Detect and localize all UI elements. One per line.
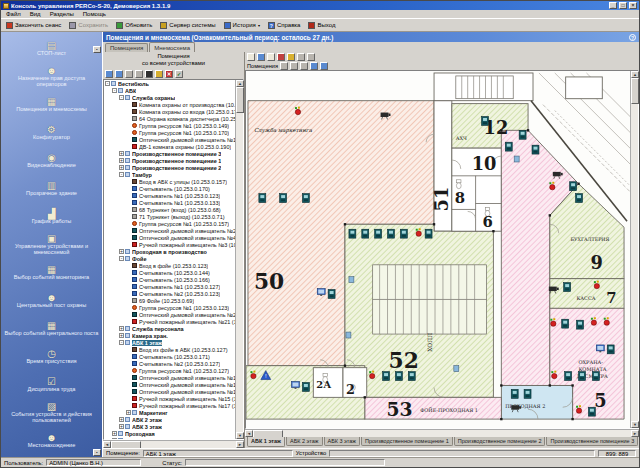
room-add-icon[interactable] <box>280 62 288 70</box>
sidebar-item[interactable]: ▤СТОП-лист <box>1 34 102 62</box>
expand-toggle[interactable]: - <box>119 340 124 345</box>
device-bluebox-icon[interactable] <box>454 366 459 372</box>
sidebar-item[interactable]: ☻Назначение прав доступа операторов <box>1 62 102 90</box>
tree-item[interactable]: Оптический дымовой извещатель №14/№1 <box>104 374 235 381</box>
tree-item[interactable]: 69 Фойе (10.253.0.69) <box>104 297 235 304</box>
tree-item[interactable]: 64 Охрана комната диспетчера (10.253.0.6… <box>104 115 235 122</box>
device-reader-icon[interactable] <box>280 194 287 203</box>
move-icon[interactable] <box>135 70 143 78</box>
expand-toggle[interactable]: + <box>119 333 124 338</box>
expand-toggle[interactable]: + <box>112 438 117 439</box>
tree-vertical-scrollbar[interactable]: ▲ ▼ <box>235 80 243 439</box>
tree-item[interactable]: Оптический дымовой извещатель №1 (10.253… <box>104 136 235 143</box>
expand-toggle[interactable]: - <box>105 81 110 86</box>
device-bluebox-icon[interactable] <box>349 277 354 283</box>
map-scroll-up-icon[interactable]: ▲ <box>631 71 639 78</box>
device-reader-icon[interactable] <box>577 320 584 329</box>
device-reader-icon[interactable] <box>519 130 526 139</box>
device-reader-icon[interactable] <box>383 372 390 381</box>
map-scroll-right-icon[interactable]: ► <box>631 430 639 437</box>
device-reader-icon[interactable] <box>328 290 335 299</box>
tree-item[interactable]: Считыватель №1 (10.253.0.133) <box>104 199 235 206</box>
delete-icon[interactable]: ✕ <box>165 70 173 78</box>
map-tab-1[interactable]: АБК 1 этаж <box>247 437 285 447</box>
menu-item-Файл[interactable]: Файл <box>5 11 22 17</box>
tree-item[interactable]: +Производственное помещение 1 <box>104 157 235 164</box>
tree-item[interactable]: +Производственное помещение 3 <box>104 150 235 157</box>
device-reader-icon[interactable] <box>532 145 539 154</box>
expand-toggle[interactable]: + <box>119 158 124 163</box>
tree-item[interactable]: Вход в фойе (10.253.0.123) <box>104 262 235 269</box>
sidebar-item[interactable]: ◷Время присутствия <box>1 342 102 370</box>
device-reader-icon[interactable] <box>388 229 395 238</box>
tree-item[interactable]: Вход в АБК с улицы (10.253.0.157) <box>104 178 235 185</box>
expand-toggle[interactable]: + <box>119 424 124 429</box>
tree-item[interactable]: Оптический дымовой извещатель №18 (10.2 <box>104 388 235 395</box>
tree-item[interactable]: Считыватель (10.253.0.170) <box>104 185 235 192</box>
toolbar-button-save[interactable]: Сохранить <box>67 21 110 30</box>
toolbar-button-server[interactable]: Сервер системы <box>158 21 217 30</box>
tree-item[interactable]: Оптический дымовой извещатель №22 (10.25… <box>104 227 235 234</box>
maximize-button[interactable]: □ <box>619 2 627 9</box>
expand-toggle[interactable]: - <box>119 172 124 177</box>
tree-item[interactable]: Считыватель №1 (10.253.0.127) <box>104 283 235 290</box>
tree-item[interactable]: Группа ресурсов №1 (10.253.0.127) <box>104 367 235 374</box>
expand-toggle[interactable]: + <box>112 431 117 436</box>
close-button[interactable]: × <box>629 2 637 9</box>
device-reader-icon[interactable] <box>607 345 614 354</box>
menu-item-Вид[interactable]: Вид <box>29 11 42 17</box>
device-reader-icon[interactable] <box>408 372 415 381</box>
tree-item[interactable]: Группа ресурсов №1 (10.253.0.170) <box>104 129 235 136</box>
sidebar-item[interactable]: ▨События устройств и действия пользовате… <box>1 398 102 426</box>
sidebar-item[interactable]: ▦Выбор событий мониторинга <box>1 258 102 286</box>
folder-icon[interactable] <box>155 70 163 78</box>
tree-item[interactable]: ДВ-1 комната охраны (10.253.0.190) <box>104 143 235 150</box>
map-horizontal-scrollbar[interactable]: ◄ ► <box>245 429 639 437</box>
toolbar-button-exit[interactable]: Выход <box>306 21 337 30</box>
map-tab-6[interactable]: Производственное помещение 3 <box>546 437 638 446</box>
tree-item[interactable]: Считыватель (10.253.0.166) <box>104 276 235 283</box>
sidebar-collapse-bottom-button[interactable]: ▪ <box>93 449 101 456</box>
device-reader-icon[interactable] <box>505 142 512 151</box>
expand-toggle[interactable]: + <box>119 417 124 422</box>
expand-toggle[interactable]: + <box>119 326 124 331</box>
tree-item[interactable]: Считыватель №2 (10.253.0.123) <box>104 290 235 297</box>
tree-item[interactable]: Комната охраны со входа (10.253.0.170) <box>104 108 235 115</box>
tree-item[interactable]: -Вестибюль <box>104 80 235 87</box>
grid-icon[interactable] <box>297 53 305 61</box>
edit-icon[interactable] <box>115 70 123 78</box>
expand-toggle[interactable]: - <box>112 88 117 93</box>
device-reader-icon[interactable] <box>302 194 309 203</box>
tree-item[interactable]: +Проходная <box>104 430 235 437</box>
minimize-button[interactable]: _ <box>609 2 617 9</box>
device-reader-icon[interactable] <box>592 372 599 381</box>
tree-item[interactable]: Считыватель (10.253.0.171) <box>104 353 235 360</box>
sidebar-item[interactable]: ▣Управление устройствами и мнемосхемой <box>1 230 102 258</box>
add-icon[interactable] <box>105 70 113 78</box>
map-scroll-down-icon[interactable]: ▼ <box>631 421 639 428</box>
tree-item[interactable]: -АБК <box>104 87 235 94</box>
device-reader-icon[interactable] <box>425 229 432 238</box>
expand-toggle[interactable]: - <box>119 95 124 100</box>
tree-item[interactable]: -Тамбур <box>104 171 235 178</box>
device-reader-icon[interactable] <box>565 372 572 381</box>
device-reader-icon[interactable] <box>362 229 369 238</box>
device-reader-icon[interactable] <box>576 194 583 203</box>
zoom-icon[interactable] <box>257 53 265 61</box>
scroll-down-icon[interactable]: ▼ <box>236 432 244 439</box>
sidebar-collapse-top-button[interactable]: ▪ <box>93 46 101 53</box>
tree-item[interactable]: -Фойе <box>104 255 235 262</box>
tree-item[interactable]: Ручной пожарный извещатель №3 (10.253.0.… <box>104 241 235 248</box>
toolbar-button-refresh[interactable]: Обновить <box>114 21 154 30</box>
device-reader-icon[interactable] <box>482 116 489 125</box>
new-scheme-icon[interactable] <box>247 53 255 61</box>
sidebar-item[interactable]: ▟График работы <box>1 202 102 230</box>
stop-icon[interactable] <box>145 70 153 78</box>
toolbar-button-help[interactable]: ?Справка <box>266 21 303 30</box>
tree-item[interactable]: -АБК 1 этаж <box>104 339 235 346</box>
tree-item[interactable]: Ручной пожарный извещатель №15 (10.253.0 <box>104 395 235 402</box>
tree-item[interactable]: 71 Турникет (выход) (10.253.0.71) <box>104 213 235 220</box>
sidebar-item[interactable]: ☻Центральный пост охраны <box>1 286 102 314</box>
open-scheme-icon[interactable] <box>267 53 275 61</box>
tree-item[interactable]: Ручной пожарный извещатель №17 (10.253.0 <box>104 402 235 409</box>
